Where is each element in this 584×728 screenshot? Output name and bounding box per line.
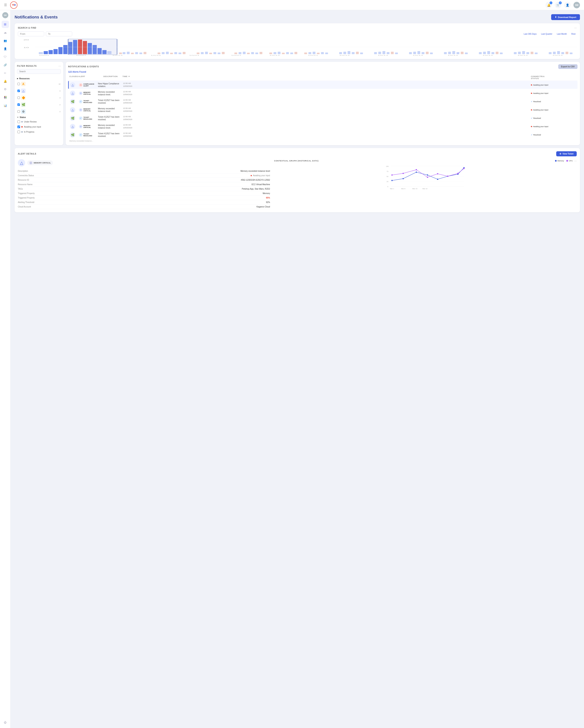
resource-badge-google: 3 xyxy=(60,97,60,99)
status-checkbox-awaiting[interactable] xyxy=(18,126,20,128)
svg-rect-21 xyxy=(135,52,138,54)
sidebar-item-edit[interactable]: ✏ xyxy=(2,69,9,77)
filter-panel-menu[interactable]: ··· xyxy=(58,64,61,68)
graph-menu[interactable]: ··· xyxy=(574,159,577,162)
row-time: 12:00 AM10/09/2020 xyxy=(123,99,530,104)
table-row[interactable]: △ ⊙ MEMORYCRITICAL Memory exceeded insta… xyxy=(68,123,578,130)
user-icon: 👤 xyxy=(566,3,569,7)
sidebar-item-cloud[interactable]: ☁ xyxy=(2,29,9,36)
table-row[interactable]: △ ⚠ COMPLIANCEALERT New Hippa Compliance… xyxy=(68,81,578,89)
svg-rect-34 xyxy=(209,53,212,54)
svg-rect-93 xyxy=(535,53,537,54)
status-checkbox-in-progress[interactable] xyxy=(18,131,20,133)
user-avatar[interactable]: SM xyxy=(574,2,580,8)
svg-rect-83 xyxy=(483,52,486,54)
resource-checkbox-k8s[interactable] xyxy=(18,110,20,113)
svg-rect-73 xyxy=(422,52,424,54)
row-time: 12:00 AM10/09/2020 xyxy=(123,115,530,121)
table-row[interactable]: 🌿 ✓ TICKETRESOLVED Ticket #12527 has bee… xyxy=(68,114,578,122)
status-dot xyxy=(531,126,532,127)
svg-rect-90 xyxy=(522,51,525,54)
svg-rect-4 xyxy=(49,50,53,54)
svg-rect-71 xyxy=(413,52,416,54)
filter-search-input[interactable] xyxy=(17,69,61,74)
resource-checkbox-azure[interactable] xyxy=(18,89,20,92)
sidebar: SM ⊞ ☁ 👥 👤 🛡 🔗 ✏ 🔔 ⚙ 👫 xyxy=(0,10,10,728)
svg-rect-51 xyxy=(294,52,297,54)
ticket-icon: ✓ xyxy=(79,133,82,137)
quick-filter-buttons: Last 365 Days Last Quarter Last Month Re… xyxy=(522,32,577,36)
table-row[interactable]: 🌿 ✓ TICKETRESOLVED Ticket #12527 has bee… xyxy=(68,98,578,105)
svg-text:10/14: 10/14 xyxy=(377,55,388,56)
contextual-graph: CONTEXTUAL GRAPH (HISTORICAL DATA) Memor… xyxy=(274,159,577,209)
last-quarter-btn[interactable]: Last Quarter xyxy=(540,32,554,36)
export-csv-button[interactable]: Export to CSV xyxy=(558,64,578,69)
grid-icon: ⊞ xyxy=(4,23,6,26)
shield-icon: 🛡 xyxy=(4,55,7,59)
view-ticket-button[interactable]: ⚙ View Ticket xyxy=(556,151,577,156)
status-label-awaiting: Awaiting your input xyxy=(24,126,41,128)
ticket-icon: ✓ xyxy=(79,116,82,120)
last-365-days-btn[interactable]: Last 365 Days xyxy=(522,32,538,36)
to-date-input[interactable] xyxy=(46,31,72,36)
svg-rect-65 xyxy=(378,52,381,54)
resource-checkbox-amazon[interactable] xyxy=(18,83,20,85)
status-checkbox-under-review[interactable] xyxy=(18,121,20,123)
svg-rect-70 xyxy=(409,52,412,54)
resource-checkbox-google[interactable] xyxy=(18,97,20,99)
sidebar-item-alerts[interactable]: 🔔 xyxy=(2,77,9,85)
svg-rect-95 xyxy=(553,52,556,54)
svg-text:10: 10 xyxy=(24,47,29,49)
hamburger-icon[interactable]: ☰ xyxy=(4,3,7,7)
table-row[interactable]: △ ⊙ MEMORYCRITICAL Memory exceeded insta… xyxy=(68,89,578,97)
row-status: Awaiting your input xyxy=(531,126,549,128)
sidebar-item-power[interactable]: ⏻ xyxy=(2,719,9,726)
svg-rect-46 xyxy=(273,52,276,54)
search-panel-menu[interactable]: ··· xyxy=(574,26,577,29)
date-filter-row: Last 365 Days Last Quarter Last Month Re… xyxy=(18,31,577,36)
svg-rect-88 xyxy=(514,52,517,54)
svg-rect-68 xyxy=(391,52,394,54)
sidebar-item-profile[interactable]: 👤 xyxy=(2,45,9,52)
sidebar-item-team[interactable]: 👫 xyxy=(2,94,9,101)
status-text: Awaiting your input xyxy=(533,109,548,111)
download-report-button[interactable]: ⬇ Download Report xyxy=(551,14,580,20)
sidebar-item-settings[interactable]: ⚙ xyxy=(2,85,9,93)
detail-row-description: Description Memory exceeded instance lev… xyxy=(18,169,270,173)
svg-text:10/14: 10/14 xyxy=(552,55,563,56)
sidebar-item-dashboard[interactable]: ⊞ xyxy=(2,21,9,28)
row-status: ✓ Resolved xyxy=(531,117,549,119)
detail-value-alerting-threshold: 92% xyxy=(266,201,270,203)
cart-button[interactable]: 🛒 0 xyxy=(555,2,561,8)
sidebar-item-reports[interactable]: 📊 xyxy=(2,102,9,109)
svg-rect-40 xyxy=(243,52,245,54)
status-dot xyxy=(531,84,532,85)
table-row[interactable]: 🌿 ✓ TICKETRESOLVED Ticket #12527 has bee… xyxy=(68,131,578,139)
last-month-btn[interactable]: Last Month xyxy=(556,32,568,36)
svg-point-127 xyxy=(391,180,393,181)
check-icon: ✓ xyxy=(531,117,532,119)
svg-rect-76 xyxy=(444,52,447,54)
top-navigation: ☰ TRIA 🔔 1 🛒 0 👤 SM xyxy=(0,0,584,10)
alert-type-label: MEMORY CRITICAL xyxy=(34,162,51,164)
svg-text:Mar 15: Mar 15 xyxy=(412,188,417,190)
rest-btn[interactable]: Rest xyxy=(570,32,577,36)
resource-checkbox-custom[interactable] xyxy=(18,103,20,106)
resource-badge-custom: 2 xyxy=(60,104,60,106)
sidebar-item-connections[interactable]: 🔗 xyxy=(2,61,9,69)
table-row[interactable]: △ ⊙ MEMORYCRITICAL Memory exceeded insta… xyxy=(68,106,578,114)
detail-key-status: Connectria Status xyxy=(18,174,34,177)
col-description: DESCRIPTION xyxy=(97,75,122,79)
status-dot-in-progress xyxy=(21,131,23,133)
sidebar-item-users-top[interactable]: 👥 xyxy=(2,37,9,44)
from-date-input[interactable] xyxy=(18,31,44,36)
svg-rect-89 xyxy=(518,52,521,54)
user-profile-button[interactable]: 👤 xyxy=(564,2,570,8)
svg-rect-45 xyxy=(269,53,272,54)
sidebar-item-security[interactable]: 🛡 xyxy=(2,53,9,60)
notifications-bell-button[interactable]: 🔔 1 xyxy=(546,2,552,8)
svg-rect-75 xyxy=(430,53,433,54)
svg-text:10/14: 10/14 xyxy=(112,55,123,56)
settings-icon: ⚙ xyxy=(4,87,6,91)
detail-key-alerting-threshold: Alerting Threshold xyxy=(18,201,34,203)
